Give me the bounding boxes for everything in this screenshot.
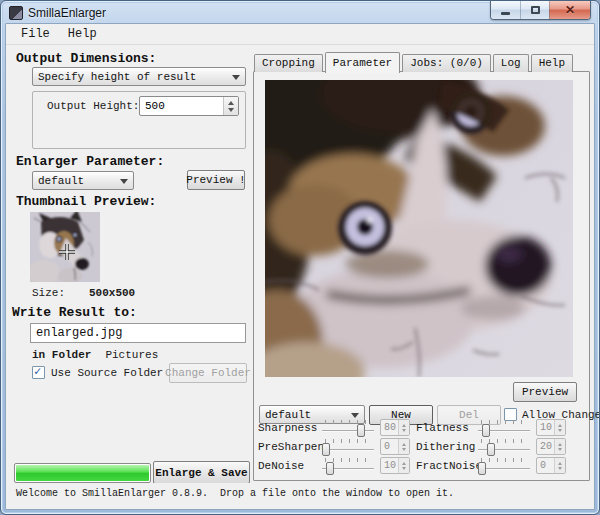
spinner-arrows-icon[interactable] [398, 420, 409, 435]
filename-input[interactable] [30, 323, 246, 343]
folder-name: Pictures [105, 349, 158, 361]
tab-parameter[interactable]: Parameter [325, 52, 400, 73]
spin-value: 10 [381, 460, 398, 471]
app-icon [9, 6, 23, 20]
slider-label-dithering: Dithering [416, 441, 478, 453]
output-mode-selected-value: Specify height of result [38, 71, 196, 83]
spin-value: 10 [537, 422, 554, 433]
fractnoise-value-spinbox[interactable]: 0 [536, 457, 566, 474]
menu-help[interactable]: Help [59, 25, 106, 43]
close-button[interactable]: ✕ [549, 1, 590, 19]
fractnoise-slider[interactable] [478, 457, 530, 475]
sharpness-value-spinbox[interactable]: 80 [380, 419, 410, 436]
sharpness-slider[interactable] [322, 419, 374, 437]
preset-selected-value: default [38, 175, 84, 187]
flatness-value-spinbox[interactable]: 10 [536, 419, 566, 436]
thumbnail-image[interactable] [30, 212, 100, 282]
tab-cropping[interactable]: Cropping [254, 54, 323, 72]
slider-grid: Sharpness80Flatness10PreSharpen0Ditherin… [258, 418, 568, 475]
spinner-arrows-icon[interactable] [398, 439, 409, 454]
status-bar: Welcome to SmillaEnlarger 0.8.9. Drop a … [6, 483, 594, 509]
use-source-folder-row: Use Source Folder [32, 366, 163, 379]
slider-ticks [481, 420, 527, 424]
in-folder-label: in Folder [32, 349, 91, 361]
slider-label-flatness: Flatness [416, 422, 478, 434]
slider-label-denoise: DeNoise [258, 460, 322, 472]
spin-value: 80 [381, 422, 398, 433]
minimize-icon [501, 12, 510, 15]
spin-value: 0 [537, 460, 554, 471]
spin-value: 0 [381, 441, 398, 452]
flatness-slider[interactable] [478, 419, 530, 437]
progress-fill [16, 465, 149, 481]
denoise-slider[interactable] [322, 457, 374, 475]
tab-panel: Preview default New Del Allow Changes Sh… [253, 71, 590, 481]
slider-thumb[interactable] [326, 462, 334, 475]
slider-thumb[interactable] [357, 424, 365, 437]
spinner-arrows-icon[interactable] [223, 97, 238, 115]
close-icon: ✕ [565, 3, 575, 17]
chevron-down-icon [120, 179, 128, 184]
presharpen-value-spinbox[interactable]: 0 [380, 438, 410, 455]
slider-ticks [325, 439, 371, 443]
slider-label-sharpness: Sharpness [258, 422, 322, 434]
output-height-value: 500 [140, 100, 223, 112]
status-message: Welcome to SmillaEnlarger 0.8.9. Drop a … [16, 488, 454, 499]
spinner-arrows-icon[interactable] [398, 458, 409, 473]
slider-ticks [325, 420, 371, 424]
dithering-value-spinbox[interactable]: 20 [536, 438, 566, 455]
slider-label-presharpen: PreSharpen [258, 441, 322, 453]
preview-now-button[interactable]: Preview ! [187, 170, 245, 190]
tab-bar: CroppingParameterJobs: (0/0)LogHelp [254, 51, 575, 72]
tab-jobs-0-0[interactable]: Jobs: (0/0) [402, 54, 491, 72]
slider-thumb[interactable] [478, 462, 486, 475]
slider-ticks [325, 458, 371, 462]
slider-thumb[interactable] [487, 443, 495, 456]
dithering-slider[interactable] [478, 438, 530, 456]
preview-image[interactable] [265, 80, 573, 377]
enlarge-save-button[interactable]: Enlarge & Save [153, 461, 250, 484]
thumbnail-preview-heading: Thumbnail Preview: [16, 194, 156, 209]
maximize-button[interactable] [520, 1, 549, 19]
output-height-label: Output Height: [47, 100, 139, 112]
tab-log[interactable]: Log [493, 54, 529, 72]
minimize-button[interactable] [491, 1, 520, 19]
output-dimensions-heading: Output Dimensions: [16, 51, 156, 66]
change-folder-button[interactable]: Change Folder [169, 363, 247, 383]
output-height-group: Output Height: 500 [32, 91, 246, 149]
slider-ticks [481, 458, 527, 462]
slider-thumb[interactable] [322, 443, 330, 456]
output-mode-select[interactable]: Specify height of result [32, 67, 246, 86]
use-source-folder-label[interactable]: Use Source Folder [51, 367, 163, 379]
size-value: 500x500 [89, 287, 135, 299]
preview-button[interactable]: Preview [513, 382, 577, 402]
menu-bar: FileHelp [6, 24, 594, 45]
spinner-arrows-icon[interactable] [554, 420, 565, 435]
menu-file[interactable]: File [12, 25, 59, 43]
spinner-arrows-icon[interactable] [554, 439, 565, 454]
write-result-heading: Write Result to: [12, 305, 137, 320]
enlarger-parameter-heading: Enlarger Parameter: [16, 154, 164, 169]
use-source-folder-checkbox[interactable] [32, 366, 45, 379]
preset-select[interactable]: default [32, 171, 134, 190]
output-height-spinbox[interactable]: 500 [139, 96, 239, 116]
presharpen-slider[interactable] [322, 438, 374, 456]
slider-ticks [481, 439, 527, 443]
tab-help[interactable]: Help [531, 54, 573, 72]
client-area: FileHelp Output Dimensions: Specify heig… [5, 23, 595, 510]
application-window: SmillaEnlarger ✕ FileHelp Output Dimensi… [0, 0, 600, 515]
progress-bar [14, 463, 151, 483]
size-label: Size: [32, 287, 65, 299]
maximize-icon [531, 6, 540, 14]
window-controls: ✕ [490, 1, 591, 20]
slider-label-fractnoise: FractNoise [416, 460, 478, 472]
spinner-arrows-icon[interactable] [554, 458, 565, 473]
slider-thumb[interactable] [482, 424, 490, 437]
window-title: SmillaEnlarger [28, 6, 106, 20]
chevron-down-icon [232, 75, 240, 80]
spin-value: 20 [537, 441, 554, 452]
slider-track[interactable] [322, 430, 374, 432]
denoise-value-spinbox[interactable]: 10 [380, 457, 410, 474]
slider-track[interactable] [478, 449, 530, 451]
